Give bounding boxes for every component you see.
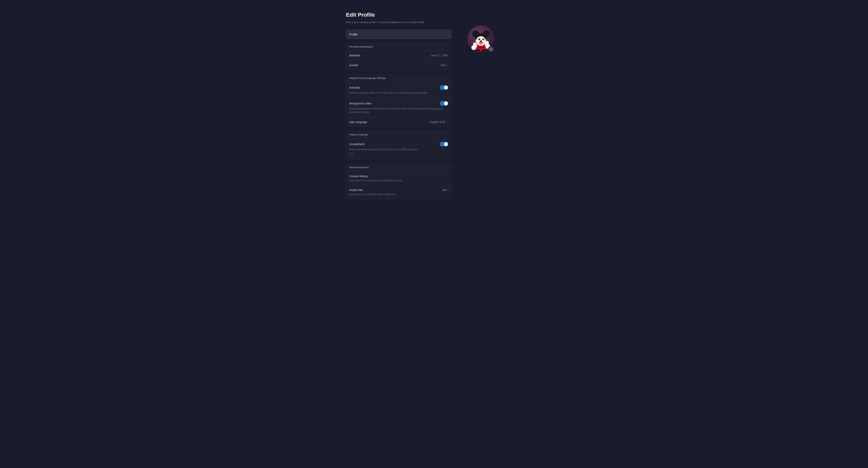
groupwatch-description: Watch with family and personal friends w…: [349, 148, 448, 151]
form-container: Edit Profile This is your primary profil…: [346, 12, 452, 203]
content-rating-chevron-icon: ›: [447, 174, 448, 178]
gender-chevron-icon: ›: [447, 63, 448, 67]
groupwatch-toggle-thumb: [444, 142, 448, 146]
feature-settings-card: Feature Settings GroupWatch Watch with f…: [346, 131, 452, 159]
page-title: Edit Profile: [346, 12, 452, 18]
app-language-row[interactable]: App Language English (US) ⌄: [346, 117, 452, 127]
profile-pin-description: Limit access to your profile with a 4-di…: [349, 193, 448, 196]
background-video-toggle-thumb: [444, 101, 448, 105]
groupwatch-info-icon[interactable]: i: [349, 152, 353, 156]
content-rating-row: Content Rating ›: [349, 174, 448, 178]
birthdate-row[interactable]: Birthdate June 27, 1987: [346, 51, 452, 60]
gender-row[interactable]: Gender Man ›: [346, 60, 452, 70]
feature-settings-header: Feature Settings: [346, 131, 452, 139]
gender-value: Man ›: [441, 63, 448, 67]
app-language-dropdown-icon: ⌄: [446, 121, 448, 123]
svg-point-5: [472, 30, 479, 37]
birthdate-value: June 27, 1987: [431, 54, 448, 57]
svg-point-23: [476, 49, 480, 52]
svg-rect-22: [478, 46, 484, 48]
page-container: Edit Profile This is your primary profil…: [346, 8, 522, 203]
svg-point-25: [480, 45, 481, 46]
svg-point-11: [482, 38, 484, 40]
profile-pin-chevron-icon: ›: [447, 188, 448, 192]
profile-pin-section[interactable]: Profile PIN Off › Limit access to your p…: [346, 185, 452, 199]
svg-point-14: [480, 40, 482, 42]
background-video-description: Enabling Background Videos allows for vi…: [349, 107, 448, 114]
page-subtitle: This is your primary profile. It cannot …: [346, 20, 452, 24]
autoplay-toggle[interactable]: [440, 85, 448, 90]
personal-information-header: Personal Information: [346, 43, 452, 51]
autoplay-section: Autoplay Enabling Autoplay allows for th…: [346, 82, 452, 98]
app-language-value: English (US) ⌄: [430, 120, 448, 123]
gender-label: Gender: [349, 64, 359, 67]
autoplay-label: Autoplay: [349, 86, 360, 89]
svg-point-24: [482, 49, 486, 52]
playback-language-header: Playback and Language Settings: [346, 75, 452, 82]
avatar-wrapper[interactable]: ✏: [467, 25, 495, 53]
svg-point-12: [479, 38, 480, 39]
groupwatch-row: GroupWatch: [349, 142, 448, 146]
app-language-label: App Language: [349, 120, 367, 123]
background-video-row: Background Video: [349, 101, 448, 106]
profile-name-input[interactable]: [346, 30, 452, 39]
groupwatch-toggle-track[interactable]: [440, 142, 448, 146]
profile-pin-row: Profile PIN Off ›: [349, 188, 448, 192]
svg-point-15: [479, 43, 482, 44]
parental-controls-header: Parental Controls: [346, 164, 452, 171]
groupwatch-section: GroupWatch Watch with family and persona…: [346, 139, 452, 159]
avatar-container: ✏: [463, 12, 499, 203]
parental-controls-card: Parental Controls Content Rating › Title…: [346, 164, 452, 199]
background-video-label: Background Video: [349, 102, 372, 105]
autoplay-row: Autoplay: [349, 85, 448, 90]
personal-information-card: Personal Information Birthdate June 27, …: [346, 43, 452, 70]
avatar-edit-button[interactable]: ✏: [488, 46, 494, 52]
svg-point-10: [478, 38, 480, 40]
autoplay-description: Enabling Autoplay allows for the next vi…: [349, 91, 448, 95]
autoplay-toggle-thumb: [444, 86, 448, 89]
pencil-icon: ✏: [490, 48, 492, 51]
svg-point-13: [483, 38, 484, 39]
playback-language-card: Playback and Language Settings Autoplay …: [346, 74, 452, 127]
profile-pin-label: Profile PIN: [349, 188, 362, 192]
background-video-toggle[interactable]: [440, 101, 448, 106]
svg-point-6: [483, 30, 490, 37]
groupwatch-label: GroupWatch: [349, 143, 365, 146]
svg-point-26: [481, 45, 482, 46]
profile-pin-value-area: Off ›: [442, 188, 448, 192]
background-video-toggle-track[interactable]: [440, 101, 448, 106]
groupwatch-toggle[interactable]: [440, 142, 448, 146]
autoplay-toggle-track[interactable]: [440, 85, 448, 90]
birthdate-label: Birthdate: [349, 54, 360, 57]
content-rating-description: Titles rated TV-14 and below are availab…: [349, 179, 448, 182]
background-video-section: Background Video Enabling Background Vid…: [346, 98, 452, 117]
content-rating-label: Content Rating: [349, 175, 368, 178]
content-rating-section[interactable]: Content Rating › Titles rated TV-14 and …: [346, 171, 452, 185]
